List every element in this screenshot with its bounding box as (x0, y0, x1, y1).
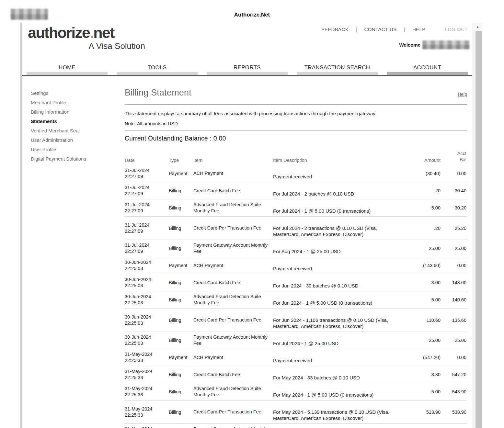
nav-tab[interactable]: TOOLS (112, 64, 202, 75)
col-header-item: Item (193, 158, 273, 163)
cell-description: For Jul 2024 - 2 transactions @ 0.10 USD… (273, 225, 412, 237)
sidebar-item[interactable]: User Profile (31, 145, 118, 154)
cell-description: For Jun 2024 - 1 @ 5.00 USD (0 transacti… (273, 300, 412, 306)
nav-tab[interactable]: HOME (22, 64, 112, 75)
nav-tab-underline (117, 72, 198, 75)
nav-tab[interactable]: ACCOUNT (382, 64, 472, 75)
redacted-window-title (11, 9, 48, 20)
cell-description: For Jul 2024 - 1 @ 5.00 USD (0 transacti… (273, 208, 412, 214)
nav-tab-label: HOME (22, 64, 112, 71)
cell-acct-bal: 547.20 (441, 372, 467, 377)
cell-date: 31-Jul-2024 22:27:09 (125, 202, 169, 214)
table-row: 30-Jun-2024 22:25:03 Payment ACH Payment… (125, 257, 467, 274)
welcome-label: Welcome (399, 42, 420, 48)
cell-date: 31-Jul-2024 22:27:09 (125, 222, 169, 234)
cell-item: ACH Payment (193, 170, 273, 176)
cell-acct-bal: 25.20 (441, 226, 467, 231)
cell-acct-bal: 0.00 (441, 263, 467, 268)
cell-item: Credit Card Per-Transaction Fee (193, 409, 273, 415)
authorize-net-logo[interactable]: authorize.net A Visa Solution (28, 25, 145, 51)
table-row: 31-Jul-2024 22:27:09 Billing Advanced Fr… (125, 199, 467, 216)
cell-type: Payment (169, 355, 193, 360)
feedback-link[interactable]: FEEDBACK (321, 27, 349, 32)
sidebar-item[interactable]: Statements (31, 117, 118, 126)
cell-type: Billing (169, 410, 193, 415)
nav-tab-underline (27, 72, 108, 75)
cell-type: Billing (169, 389, 193, 394)
scrollbar[interactable]: ▲ (473, 23, 482, 428)
outstanding-balance-label: Current Outstanding Balance : (125, 135, 212, 142)
contact-us-link[interactable]: CONTACT US (364, 27, 396, 32)
scrollbar-thumb[interactable] (475, 31, 482, 428)
sidebar-item[interactable]: User Administration (31, 135, 118, 145)
cell-amount: .20 (412, 188, 441, 193)
cell-amount: (547.20) (412, 355, 441, 360)
cell-description: For May 2024 - 33 batches @ 0.10 USD (273, 375, 412, 381)
cell-date: 30-Jun-2024 22:25:03 (125, 334, 169, 346)
table-row: 31-Jul-2024 22:27:09 Billing Credit Card… (125, 216, 467, 240)
table-row: 30-Jun-2024 22:25:03 Billing Credit Card… (125, 274, 467, 291)
cell-date: 31-May-2024 22:25:33 (125, 426, 169, 428)
cell-type: Billing (169, 372, 193, 377)
cell-amount: (30.40) (412, 171, 441, 176)
link-separator: | (356, 27, 357, 32)
logo-tagline: A Visa Solution (28, 41, 145, 51)
help-link[interactable]: Help (458, 92, 467, 98)
cell-item: Credit Card Batch Fee (193, 280, 273, 286)
cell-description: For May 2024 - 1 @ 5.00 USD (0 transacti… (273, 392, 412, 398)
outstanding-balance: Current Outstanding Balance : 0.00 (125, 135, 467, 142)
nav-tab-label: TOOLS (112, 64, 202, 71)
help-top-link[interactable]: HELP (412, 27, 426, 32)
nav-tab-label: REPORTS (202, 64, 292, 71)
statement-description: This statement displays a summary of all… (125, 111, 467, 116)
redacted-username (422, 40, 470, 49)
cell-amount: 5.00 (412, 389, 441, 394)
cell-type: Billing (169, 318, 193, 323)
cell-amount: 25.00 (412, 246, 441, 251)
cell-acct-bal: 140.60 (441, 297, 467, 302)
nav-tab[interactable]: REPORTS (202, 64, 292, 75)
col-header-date: Date (125, 158, 169, 163)
cell-item: Credit Card Per-Transaction Fee (193, 317, 273, 323)
log-out-link[interactable]: LOG OUT (445, 27, 468, 32)
outstanding-balance-value: 0.00 (213, 135, 226, 142)
page-title: Billing Statement (125, 87, 191, 98)
cell-description: Payment received (273, 174, 412, 180)
nav-tab-label: ACCOUNT (382, 64, 472, 71)
nav-tab-underline (387, 72, 468, 75)
main-nav: HOME TOOLS REPORTS TRANSACTION SEARCH AC… (22, 64, 472, 75)
cell-acct-bal: 25.00 (441, 246, 467, 251)
cell-item: ACH Payment (193, 355, 273, 361)
cell-description: For Jul 2024 - 1 @ 25.00 USD (273, 340, 412, 346)
cell-amount: 25.00 (412, 338, 441, 343)
nav-tab-underline (207, 72, 288, 75)
cell-acct-bal: 30.20 (441, 205, 467, 210)
scrollbar-up-arrow-icon[interactable]: ▲ (473, 23, 482, 30)
cell-type: Billing (169, 205, 193, 210)
sidebar-item[interactable]: Settings (31, 88, 118, 98)
cell-amount: 513.90 (412, 410, 441, 415)
link-separator: | (404, 27, 405, 32)
cell-description: Payment received (273, 265, 412, 272)
cell-acct-bal: 25.00 (441, 338, 467, 343)
nav-tab-label: TRANSACTION SEARCH (292, 64, 382, 71)
cell-date: 31-Jul-2024 22:27:09 (125, 242, 169, 254)
sidebar-item[interactable]: Digital Payment Solutions (31, 154, 118, 163)
billing-table-header: Date Type Item Item Description Amount A… (125, 149, 467, 165)
sidebar-item[interactable]: Merchant Profile (31, 98, 118, 107)
cell-date: 31-May-2024 22:25:33 (125, 368, 169, 381)
table-row: 30-Jun-2024 22:25:03 Billing Advanced Fr… (125, 291, 467, 308)
nav-tab[interactable]: TRANSACTION SEARCH (292, 64, 382, 75)
cell-description: For Jul 2024 - 2 batches @ 0.10 USD (273, 191, 412, 197)
cell-date: 30-Jun-2024 22:25:03 (125, 259, 169, 272)
cell-acct-bal: 0.00 (441, 171, 467, 176)
cell-date: 30-Jun-2024 22:25:03 (125, 276, 169, 289)
sidebar-item[interactable]: Verified Merchant Seal (31, 126, 118, 135)
col-header-description: Item Description (273, 158, 412, 163)
cell-item: Credit Card Batch Fee (193, 372, 273, 378)
cell-type: Payment (169, 171, 193, 176)
table-row: 30-Jun-2024 22:25:03 Billing Payment Gat… (125, 332, 467, 349)
nav-tab-underline (297, 72, 378, 75)
logo-wordmark: authorize.net (28, 25, 145, 40)
sidebar-item[interactable]: Billing Information (31, 107, 118, 117)
